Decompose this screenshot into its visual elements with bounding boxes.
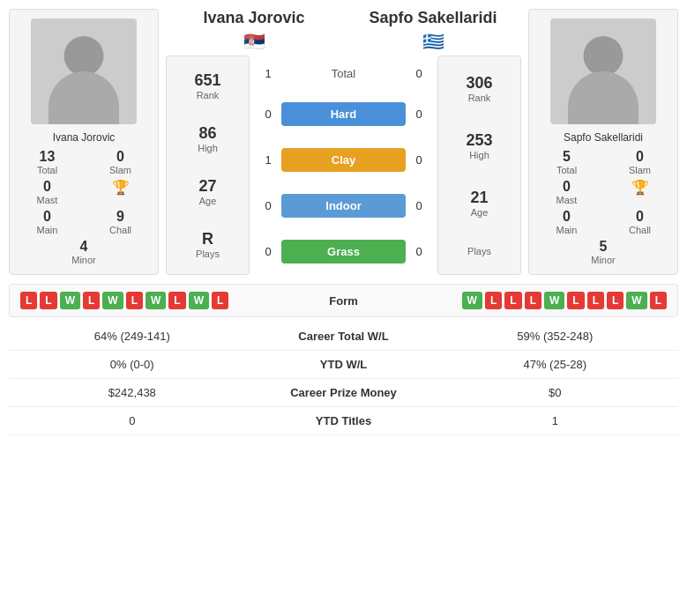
player2-age-box: 21 Age (470, 189, 488, 218)
center-col: Ivana Jorovic 🇷🇸 Sapfo Sakellaridi 🇬🇷 65… (166, 9, 521, 275)
stat-row-center-0: Career Total W/L (256, 330, 432, 343)
player2-total-label: Total (556, 165, 577, 175)
stat-row-3: 0YTD Titles1 (9, 407, 678, 435)
player2-name-header: Sapfo Sakellaridi (369, 9, 497, 27)
form-badge-w: W (544, 292, 564, 309)
player1-plays-value: R (202, 230, 213, 249)
player2-mast-value: 0 (563, 179, 571, 195)
stat-row-left-1: 0% (0-0) (9, 358, 256, 371)
player2-plays-label: Plays (467, 246, 491, 256)
form-label: Form (309, 294, 379, 308)
player1-name-header: Ivana Jorovic (203, 9, 304, 27)
player1-chall-value: 9 (116, 209, 124, 225)
clay-left: 1 (255, 153, 281, 167)
player1-trophy-icon: 🏆 (112, 179, 130, 196)
player2-total-value: 5 (563, 149, 571, 165)
stat-row-left-0: 64% (249-141) (9, 330, 256, 343)
player2-name-card: Sapfo Sakellaridi (564, 131, 643, 144)
player1-flag: 🇷🇸 (243, 31, 265, 52)
player1-name-card: Ivana Jorovic (53, 131, 116, 144)
stat-row-right-1: 47% (25-28) (432, 358, 679, 371)
surface-grass-row: 0 Grass 0 (255, 240, 432, 263)
form-badge-l: L (485, 292, 502, 309)
player1-age-box: 27 Age (198, 177, 216, 206)
stat-row-center-3: YTD Titles (256, 414, 432, 427)
stat-row-left-2: $242,438 (9, 386, 256, 399)
stat-row-0: 64% (249-141)Career Total W/L59% (352-24… (9, 323, 678, 351)
player2-high-value: 253 (466, 131, 492, 150)
player1-high-value: 86 (198, 124, 216, 143)
total-surface-row: 1 Total 0 (255, 67, 432, 80)
form-badge-l: L (20, 292, 37, 309)
indoor-badge: Indoor (281, 194, 406, 218)
player2-trophy-icon: 🏆 (631, 179, 649, 196)
grass-right: 0 (406, 245, 432, 258)
player1-stats-grid: 13 Total 0 Slam 0 Mast 🏆 0 Main (15, 149, 153, 265)
player2-rank-value: 306 (466, 74, 492, 93)
form-badge-l: L (607, 292, 624, 309)
player1-form-badges: LLWLWLWLWL (20, 292, 309, 309)
stat-row-1: 0% (0-0)YTD W/L47% (25-28) (9, 351, 678, 379)
total-left: 1 (255, 67, 281, 80)
indoor-left: 0 (255, 199, 281, 212)
surface-hard-row: 0 Hard 0 (255, 102, 432, 126)
player2-main-value: 0 (563, 209, 571, 225)
stat-row-right-2: $0 (432, 386, 679, 399)
form-badge-l: L (126, 292, 143, 309)
player1-chall-stat: 9 Chall (88, 209, 153, 235)
player2-avatar (550, 19, 656, 124)
player1-main-value: 0 (43, 209, 51, 225)
player2-trophy-icon-stat: 🏆 (608, 179, 672, 205)
player2-form-badges: WLLLWLLLWL (379, 292, 668, 309)
player2-slam-label: Slam (629, 165, 651, 175)
stat-row-center-2: Career Prize Money (256, 386, 432, 399)
player1-trophy-icon-stat: 🏆 (88, 179, 153, 205)
player1-mast-stat: 0 Mast (15, 179, 79, 205)
player2-mast-label: Mast (556, 195, 578, 205)
player2-flag: 🇬🇷 (422, 31, 444, 52)
form-badge-l: L (650, 292, 667, 309)
stat-row-right-3: 1 (432, 414, 679, 427)
player1-main-label: Main (37, 225, 58, 235)
player2-high-label: High (469, 150, 489, 160)
hard-left: 0 (255, 108, 281, 121)
form-badge-l: L (567, 292, 584, 309)
form-badge-w: W (60, 292, 80, 309)
form-badge-l: L (504, 292, 521, 309)
stat-row-right-0: 59% (352-248) (432, 330, 679, 343)
total-right: 0 (406, 67, 432, 80)
form-badge-l: L (525, 292, 541, 309)
stat-row-2: $242,438Career Prize Money$0 (9, 379, 678, 407)
clay-right: 0 (406, 153, 432, 167)
player1-plays-box: R Plays (196, 230, 220, 259)
player2-minor-value: 5 (600, 239, 608, 255)
player2-slam-value: 0 (636, 149, 644, 165)
player1-card: Ivana Jorovic 13 Total 0 Slam 0 Mast 🏆 (9, 9, 159, 275)
player1-avatar (31, 19, 137, 124)
player2-stats-grid: 5 Total 0 Slam 0 Mast 🏆 0 Main (534, 149, 672, 265)
total-label: Total (281, 67, 406, 80)
stat-row-left-3: 0 (9, 414, 256, 427)
form-badge-w: W (626, 292, 646, 309)
player1-rank-value: 651 (194, 71, 220, 90)
player1-total-label: Total (37, 165, 57, 175)
player2-age-value: 21 (470, 189, 488, 207)
form-badge-w: W (189, 292, 209, 309)
player2-chall-label: Chall (629, 225, 651, 235)
player2-name-header-area: Sapfo Sakellaridi 🇬🇷 (345, 9, 521, 52)
stats-rows-container: 64% (249-141)Career Total W/L59% (352-24… (9, 323, 678, 435)
form-badge-l: L (168, 292, 185, 309)
player2-rank-label: Rank (468, 93, 491, 103)
player1-slam-value: 0 (116, 149, 124, 165)
player2-chall-stat: 0 Chall (608, 209, 672, 235)
player1-mast-value: 0 (43, 179, 51, 195)
surface-indoor-row: 0 Indoor 0 (255, 194, 432, 218)
player1-slam-label: Slam (109, 165, 131, 175)
player2-slam-stat: 0 Slam (608, 149, 672, 175)
player2-plays-box: Plays (467, 246, 491, 256)
names-row: Ivana Jorovic 🇷🇸 Sapfo Sakellaridi 🇬🇷 (166, 9, 521, 52)
form-badge-l: L (83, 292, 100, 309)
player2-chall-value: 0 (636, 209, 644, 225)
player1-minor-value: 4 (80, 239, 88, 255)
player1-minor-stat: 4 Minor (71, 239, 96, 265)
